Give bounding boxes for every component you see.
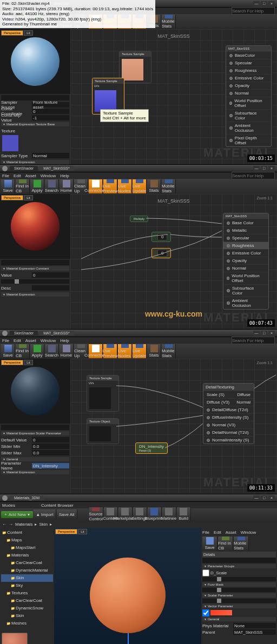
material-output-node[interactable]: MAT_SkinSSS Base Color Metallic Specular… <box>223 213 269 310</box>
asset-item[interactable]: MAT_SkinSSS <box>1 633 28 644</box>
tree-item[interactable]: Textures <box>1 589 53 597</box>
menu-file[interactable]: File <box>2 338 9 343</box>
lit-tab[interactable]: Lit <box>24 195 32 200</box>
connector-button[interactable]: Connectors <box>89 179 103 193</box>
find-button[interactable]: Find in CB <box>16 179 30 193</box>
minimize-button[interactable]: — <box>253 1 260 6</box>
save-button[interactable]: Save <box>1 179 15 193</box>
texture-swatch[interactable] <box>2 135 18 151</box>
menu-file[interactable]: File <box>2 173 9 178</box>
lit-tab[interactable]: Lit <box>24 30 32 36</box>
pin-icon[interactable] <box>229 62 233 65</box>
material-preview[interactable]: Perspective Lit <box>0 29 70 94</box>
maximize-button[interactable]: □ <box>261 331 267 336</box>
node-graph[interactable]: MAT_SkinSSS Zoom 1:1 Multiply 0 0 MAT_Sk… <box>70 194 277 329</box>
prop-value[interactable]: 0 <box>32 272 69 278</box>
perspective-tab[interactable]: Perspective <box>1 195 23 200</box>
lit-tab[interactable]: Lit <box>78 529 87 534</box>
pin-icon[interactable] <box>227 301 230 305</box>
prop-value[interactable]: 0 <box>32 109 69 114</box>
nav-fwd-icon[interactable]: → <box>9 522 13 527</box>
stats-button[interactable]: Stats <box>147 344 161 358</box>
value-slider[interactable] <box>202 588 276 592</box>
tab-material[interactable]: MAT_SkinSSS* <box>39 331 74 336</box>
menu-help[interactable]: Help <box>60 173 69 178</box>
prop-value[interactable]: DN_Intensity <box>32 463 69 468</box>
prop-value[interactable]: -1 <box>32 115 69 120</box>
menu-window[interactable]: Window <box>41 173 56 178</box>
prop-value[interactable]: 0 <box>32 437 69 442</box>
material-output-node[interactable]: MAT_SkinSSS BaseColor Specular Roughness… <box>226 45 272 147</box>
marketplace-button[interactable]: Marketplace <box>118 507 133 521</box>
prop-section[interactable]: Fuzz Mask <box>202 582 276 587</box>
pin-icon[interactable] <box>207 408 210 412</box>
livepreview-button[interactable]: Live Preview <box>103 179 117 193</box>
details-search[interactable] <box>202 558 276 563</box>
pin-icon[interactable] <box>207 439 210 442</box>
sourcecontrol-button[interactable]: Source Control <box>89 507 103 521</box>
perspective-tab[interactable]: Perspective <box>55 529 77 534</box>
pin-icon[interactable] <box>227 252 230 255</box>
add-new-button[interactable]: +Add New▾ <box>1 511 33 518</box>
constant-node-1[interactable]: 0 <box>151 232 171 242</box>
tab-material[interactable]: MAT_SkinSSS* <box>39 166 74 171</box>
tab-skinshader[interactable]: SkinShader <box>10 166 38 171</box>
build-button[interactable]: Build <box>177 507 191 521</box>
pin-icon[interactable] <box>229 114 233 117</box>
help-search-input[interactable] <box>232 337 275 344</box>
detail-texturing-node[interactable]: DetailTexturing Scale (S)Diffuse Diffuse… <box>203 383 254 444</box>
close-button[interactable]: × <box>268 1 275 6</box>
checkbox[interactable] <box>202 569 209 576</box>
breadcrumb-item[interactable]: Materials <box>15 522 32 527</box>
find-button[interactable]: Find in CB <box>218 536 233 551</box>
home-button[interactable]: Home <box>60 344 74 358</box>
value-slider[interactable] <box>1 279 69 284</box>
connector-button[interactable]: Connectors <box>89 344 103 358</box>
pin-icon[interactable] <box>227 237 230 240</box>
pin-icon[interactable] <box>229 139 233 142</box>
prop-value[interactable]: 0.0 <box>32 444 69 449</box>
maximize-button[interactable]: □ <box>261 166 267 171</box>
find-button[interactable]: Find in CB <box>16 344 30 358</box>
tree-item[interactable]: DynamicMaterial <box>1 567 53 574</box>
close-button[interactable]: × <box>268 331 275 336</box>
pin-icon[interactable] <box>227 277 229 280</box>
tree-item[interactable]: Materials <box>1 552 53 559</box>
prop-section[interactable]: Material Expression Constant <box>1 266 69 271</box>
pin-icon[interactable] <box>207 424 210 427</box>
pin-icon[interactable] <box>229 84 233 88</box>
node-graph[interactable]: Zoom 1:1 Texture Sample UVs Texture Obje… <box>70 359 277 494</box>
mobilestats-button[interactable]: Mobile Stats <box>162 179 176 193</box>
material-preview[interactable]: Perspective Lit <box>0 194 70 259</box>
constant-node-2[interactable]: 0 <box>151 248 171 258</box>
import-button[interactable]: ▲Import <box>34 509 56 519</box>
tab-materials[interactable]: Materials_3DM <box>10 495 44 500</box>
pin-icon[interactable] <box>227 259 230 263</box>
help-search-input[interactable] <box>232 7 275 15</box>
pin-icon[interactable] <box>229 69 233 72</box>
color-swatch[interactable] <box>210 610 232 615</box>
pin-icon[interactable] <box>227 289 230 292</box>
prop-section[interactable]: Material Expression <box>1 160 69 164</box>
pin-icon[interactable] <box>227 267 230 270</box>
maximize-button[interactable]: □ <box>261 1 267 6</box>
menu-edit[interactable]: Edit <box>14 338 21 343</box>
blueprints-button[interactable]: Blueprints <box>148 507 162 521</box>
prop-section[interactable]: Material Expression Texture Base <box>1 122 69 126</box>
menu-asset[interactable]: Asset <box>25 173 36 178</box>
liveupdate-button[interactable]: Live Update <box>133 179 147 193</box>
save-button[interactable]: Save <box>1 344 15 358</box>
nav-back-icon[interactable]: ← <box>2 522 6 527</box>
dn-intensity-node[interactable]: DN_Intensity Param (0) <box>135 442 168 454</box>
node-graph[interactable]: MAT_SkinSSS Texture Sample Texture Sampl… <box>70 29 277 164</box>
menu-help[interactable]: Help <box>60 338 69 343</box>
pin-icon[interactable] <box>229 54 233 57</box>
pin-icon[interactable] <box>227 229 230 232</box>
mobilestats-button[interactable]: Mobile Stats <box>234 536 249 551</box>
lit-tab[interactable]: Lit <box>24 360 32 365</box>
tree-item[interactable]: Skin <box>1 612 53 620</box>
liveupdate-button[interactable]: Live Update <box>133 344 147 358</box>
tree-item[interactable]: Meshes <box>1 620 53 627</box>
multiply-node[interactable]: Multiply <box>130 216 148 222</box>
help-search-input[interactable] <box>232 172 275 179</box>
